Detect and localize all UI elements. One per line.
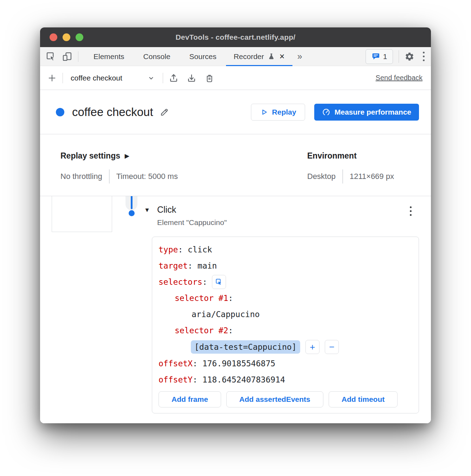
chat-bubble-icon — [372, 52, 380, 61]
tabbar-right-controls: 1 — [366, 49, 425, 64]
issues-button[interactable]: 1 — [366, 49, 393, 64]
window-title: DevTools - coffee-cart.netlify.app/ — [175, 33, 295, 41]
kebab-dot — [410, 206, 412, 208]
divider — [342, 169, 343, 184]
gear-icon — [405, 52, 414, 62]
replay-settings-block: Replay settings ▶ No throttling Timeout:… — [60, 151, 178, 184]
inspect-icon — [46, 51, 56, 62]
download-icon — [187, 73, 196, 83]
zoom-window-button[interactable] — [76, 33, 83, 41]
gauge-icon — [322, 108, 330, 116]
add-selector-button[interactable]: + — [305, 340, 320, 354]
pencil-icon — [160, 107, 169, 117]
device-toolbar-button[interactable] — [62, 51, 72, 62]
expand-arrow-icon: ▶ — [125, 153, 129, 159]
minimize-window-button[interactable] — [63, 33, 70, 41]
add-recording-button[interactable] — [47, 73, 57, 83]
environment-block: Environment Desktop 1211×669 px — [307, 151, 394, 184]
step-editor-card: type: click target: main selectors: sele… — [152, 237, 419, 413]
selected-selector-text[interactable]: [data-test=Cappucino] — [191, 340, 300, 354]
remove-selector-button[interactable]: − — [325, 340, 339, 354]
code-line-selector2: selector #2: — [159, 322, 412, 339]
environment-label: Environment — [307, 151, 357, 161]
upload-icon — [169, 73, 179, 83]
close-window-button[interactable] — [50, 33, 57, 41]
viewport-value: 1211×669 px — [350, 172, 394, 181]
step-action-buttons: Add frame Add assertedEvents Add timeout — [159, 391, 412, 407]
device-toolbar-icon — [62, 51, 72, 62]
collapse-step-button[interactable]: ▼ — [144, 207, 150, 214]
code-line-selector2-value: [data-test=Cappucino] + − — [159, 339, 412, 355]
replay-button[interactable]: Replay — [251, 104, 305, 121]
divider — [163, 73, 163, 83]
code-line-offsety: offsetY: 118.6452407836914 — [159, 372, 412, 388]
export-recording-button[interactable] — [169, 73, 179, 83]
step-title[interactable]: Click — [157, 205, 176, 215]
divider — [399, 50, 399, 63]
code-line-offsetx: offsetX: 176.90185546875 — [159, 355, 412, 372]
delete-recording-button[interactable] — [205, 73, 214, 83]
devtools-window: DevTools - coffee-cart.netlify.app/ Elem… — [40, 27, 431, 423]
throttling-value: No throttling — [60, 172, 102, 181]
kebab-dot — [423, 52, 425, 53]
kebab-dot — [423, 56, 425, 57]
kebab-dot — [423, 59, 425, 61]
trash-icon — [205, 73, 214, 83]
pick-selector-button[interactable] — [212, 275, 226, 289]
recording-title: coffee checkout — [72, 105, 153, 119]
send-feedback-link[interactable]: Send feedback — [376, 74, 422, 82]
step-screenshot-thumbnail — [52, 196, 112, 232]
settings-section: Replay settings ▶ No throttling Timeout:… — [40, 134, 431, 196]
add-frame-button[interactable]: Add frame — [159, 391, 221, 407]
measure-performance-button[interactable]: Measure performance — [314, 104, 419, 121]
recording-select-value: coffee checkout — [71, 74, 122, 82]
tab-recorder[interactable]: Recorder × — [226, 47, 292, 66]
add-asserted-events-button[interactable]: Add assertedEvents — [226, 391, 323, 407]
close-tab-icon[interactable]: × — [279, 52, 285, 61]
experiment-flask-icon — [267, 53, 275, 60]
replay-settings-header[interactable]: Replay settings ▶ — [60, 151, 178, 161]
more-tabs-icon[interactable]: » — [297, 51, 303, 62]
edit-title-button[interactable] — [160, 107, 169, 117]
device-value: Desktop — [307, 172, 336, 181]
recording-select[interactable]: coffee checkout — [69, 74, 157, 82]
import-recording-button[interactable] — [187, 73, 196, 83]
recorder-toolbar: coffee checkout — [40, 66, 431, 90]
code-line-target: target: main — [159, 258, 412, 274]
code-line-selector1-value[interactable]: aria/Cappucino — [159, 306, 412, 322]
replay-button-label: Replay — [272, 108, 296, 116]
devtools-menu-button[interactable] — [423, 51, 425, 62]
inspect-element-button[interactable] — [46, 51, 56, 62]
timeout-value: Timeout: 5000 ms — [116, 172, 178, 181]
header-buttons: Replay Measure performance — [251, 104, 419, 121]
devtools-tabbar: Elements Console Sources Recorder × » 1 — [40, 47, 431, 66]
timeline-step-dot[interactable] — [129, 210, 135, 216]
kebab-dot — [410, 210, 412, 212]
step-subtitle: Element "Cappucino" — [157, 218, 227, 227]
code-line-selector1: selector #1: — [159, 290, 412, 306]
recording-header: coffee checkout Replay Measure perfo — [40, 90, 431, 134]
kebab-dot — [410, 214, 412, 216]
add-timeout-button[interactable]: Add timeout — [329, 391, 398, 407]
record-dot-icon — [56, 108, 64, 116]
replay-settings-label: Replay settings — [60, 151, 120, 161]
recording-actions — [169, 73, 214, 83]
replay-settings-values: No throttling Timeout: 5000 ms — [60, 169, 178, 184]
divider — [63, 73, 63, 83]
tab-recorder-label: Recorder — [234, 52, 264, 61]
titlebar: DevTools - coffee-cart.netlify.app/ — [40, 27, 431, 47]
divider — [78, 51, 78, 62]
tab-elements[interactable]: Elements — [84, 47, 134, 66]
code-line-selectors: selectors: — [159, 274, 412, 290]
tab-console[interactable]: Console — [134, 47, 180, 66]
settings-button[interactable] — [405, 52, 414, 62]
measure-button-label: Measure performance — [335, 108, 411, 116]
divider — [109, 169, 110, 184]
tab-sources[interactable]: Sources — [180, 47, 226, 66]
environment-header: Environment — [307, 151, 394, 161]
step-menu-button[interactable] — [410, 205, 412, 217]
select-element-icon — [215, 278, 223, 286]
steps-area: ▼ Click Element "Cappucino" type: click … — [40, 196, 431, 423]
code-line-type: type: click — [159, 242, 412, 258]
traffic-lights — [50, 27, 83, 47]
